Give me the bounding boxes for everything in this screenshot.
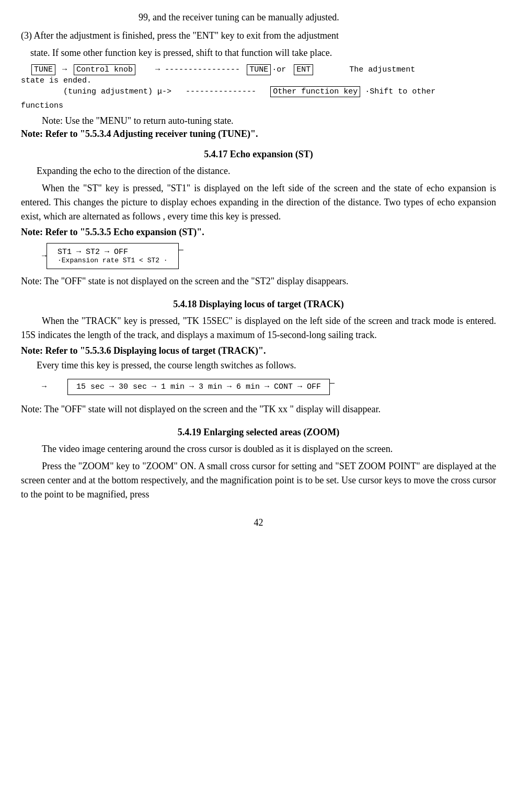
section-518-note-off-text: Note: The "OFF" state will not displayed… bbox=[21, 404, 381, 414]
arrow2: → bbox=[151, 65, 165, 74]
other-function-key-box: Other function key bbox=[270, 86, 360, 97]
item3-cont-text: state. If some other function key is pre… bbox=[30, 48, 332, 58]
st-line1: ST1 → ST2 → OFF bbox=[58, 248, 168, 257]
tuning-adj-text: (tuning adjustment) μ-> bbox=[63, 87, 171, 96]
top-paragraph-1: 99, and the receiver tuning can be manua… bbox=[21, 10, 496, 25]
arrow1: → bbox=[58, 65, 72, 74]
note-refer-518-text: Note: Refer to "5.5.3.6 Displaying locus… bbox=[21, 345, 266, 356]
shift-text: ·Shift to other bbox=[365, 87, 435, 96]
page-number-text: 42 bbox=[254, 517, 263, 528]
top-text-line1: 99, and the receiver tuning can be manua… bbox=[139, 12, 339, 22]
tuning-adj-line: (tuning adjustment) μ-> --------------- … bbox=[21, 86, 496, 97]
page-number: 42 bbox=[21, 517, 496, 528]
section-518-para2-intro: Every time this key is pressed, the cour… bbox=[37, 358, 496, 373]
dot-or: ·or bbox=[272, 65, 286, 74]
section-518-note-off: Note: The "OFF" state will not displayed… bbox=[21, 402, 496, 416]
section-518-para1: When the "TRACK" key is pressed, "TK 15S… bbox=[21, 314, 496, 342]
dashes2: --------------- bbox=[186, 87, 256, 96]
st-arrow-in: → bbox=[42, 252, 47, 261]
track-diagram-content: 15 sec → 30 sec → 1 min → 3 min → 6 min … bbox=[76, 382, 321, 391]
st-arrow-out-container: — bbox=[179, 243, 183, 269]
st-arrow-in-container: → bbox=[42, 243, 47, 269]
spacer3 bbox=[288, 65, 293, 74]
section-517-title: 5.4.17 Echo expansion (ST) bbox=[21, 149, 496, 160]
section-517-title-text: 5.4.17 Echo expansion (ST) bbox=[204, 149, 313, 159]
st-arrow-out: — bbox=[179, 243, 183, 257]
note-refer-518: Note: Refer to "5.5.3.6 Displaying locus… bbox=[21, 345, 496, 356]
section-517-note-off: Note: The "OFF" state is not displayed o… bbox=[21, 274, 496, 288]
the-adjustment-text: The adjustment bbox=[349, 65, 415, 74]
st-diagram-wrapper: → ST1 → ST2 → OFF ·Expansion rate ST1 < … bbox=[42, 243, 496, 269]
dashes1: ---------------- bbox=[165, 65, 240, 74]
section-517-para2: When the "ST" key is pressed, "ST1" is d… bbox=[21, 181, 496, 224]
track-diagram-box: 15 sec → 30 sec → 1 min → 3 min → 6 min … bbox=[67, 379, 330, 395]
page-content: 99, and the receiver tuning can be manua… bbox=[21, 10, 496, 528]
section-517-para1: Expanding the echo to the direction of t… bbox=[37, 164, 496, 178]
track-arrow-out-container: — bbox=[330, 376, 335, 398]
section-517-note-off-text: Note: The "OFF" state is not displayed o… bbox=[21, 276, 348, 286]
tune-state-line: state is ended. bbox=[21, 76, 496, 85]
tune-box-2: TUNE bbox=[247, 64, 271, 75]
section-517-para2-text: When the "ST" key is pressed, "ST1" is d… bbox=[21, 183, 496, 222]
state-ended-text: state is ended. bbox=[21, 76, 91, 85]
section-518-para2-intro-text: Every time this key is pressed, the cour… bbox=[37, 360, 296, 370]
ent-box: ENT bbox=[294, 64, 313, 75]
st-diagram: → ST1 → ST2 → OFF ·Expansion rate ST1 < … bbox=[42, 243, 496, 269]
section-519-para2-text: Press the "ZOOM" key to "ZOOM" ON. A sma… bbox=[21, 461, 496, 500]
note-refer-tune: Note: Refer to "5.5.3.4 Adjusting receiv… bbox=[21, 129, 496, 140]
note-return-text: Note: Use the "MENU" to return auto-tuni… bbox=[42, 115, 234, 126]
section-518-para1-text: When the "TRACK" key is pressed, "TK 15S… bbox=[21, 316, 496, 340]
section-519-para1: The video image centering around the cro… bbox=[21, 442, 496, 456]
spacer2 bbox=[241, 65, 246, 74]
note-refer-517-text: Note: Refer to "5.5.3.5 Echo expansion (… bbox=[21, 227, 204, 237]
track-arrow-in-container: → bbox=[42, 376, 47, 398]
track-arrow-out: — bbox=[330, 376, 335, 391]
st-line2: ·Expansion rate ST1 < ST2 · bbox=[58, 257, 168, 264]
note-refer-517: Note: Refer to "5.5.3.5 Echo expansion (… bbox=[21, 227, 496, 238]
track-arrow-in: → bbox=[42, 382, 47, 391]
section-517-para1-text: Expanding the echo to the direction of t… bbox=[37, 166, 230, 176]
item3-intro: (3) After the adjustment is finished, pr… bbox=[21, 30, 339, 41]
control-knob-box: Control knob bbox=[74, 64, 135, 75]
item3-cont: state. If some other function key is pre… bbox=[21, 46, 496, 60]
section-519-para2: Press the "ZOOM" key to "ZOOM" ON. A sma… bbox=[21, 459, 496, 502]
section-518-title-text: 5.4.18 Displaying locus of target (TRACK… bbox=[173, 299, 344, 309]
functions-line: functions bbox=[21, 101, 496, 110]
section-519-para1-text: The video image centering around the cro… bbox=[42, 444, 393, 454]
section-519-title-text: 5.4.19 Enlarging selected areas (ZOOM) bbox=[178, 427, 340, 437]
tune-diagram-line: TUNE → Control knob → ---------------- T… bbox=[31, 64, 496, 75]
spacer1 bbox=[141, 65, 145, 74]
st-diagram-box: ST1 → ST2 → OFF ·Expansion rate ST1 < ST… bbox=[47, 243, 179, 269]
tune-box-1: TUNE bbox=[31, 64, 55, 75]
section-518-title: 5.4.18 Displaying locus of target (TRACK… bbox=[21, 299, 496, 310]
track-diagram: → 15 sec → 30 sec → 1 min → 3 min → 6 mi… bbox=[42, 376, 496, 398]
note-refer-tune-text: Note: Refer to "5.5.3.4 Adjusting receiv… bbox=[21, 129, 258, 139]
item3-para: (3) After the adjustment is finished, pr… bbox=[21, 29, 496, 43]
functions-text: functions bbox=[21, 101, 63, 110]
note-menu: Note: Use the "MENU" to return auto-tuni… bbox=[42, 115, 496, 126]
spacer4 bbox=[329, 65, 334, 74]
section-519-title: 5.4.19 Enlarging selected areas (ZOOM) bbox=[21, 427, 496, 438]
